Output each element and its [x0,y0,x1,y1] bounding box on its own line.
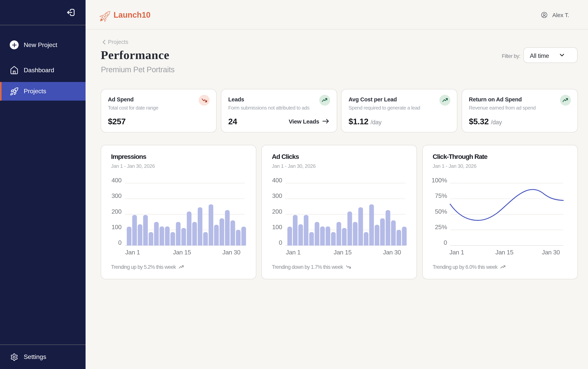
svg-text:100: 100 [272,223,282,230]
svg-text:200: 200 [272,208,282,215]
svg-text:Jan 15: Jan 15 [334,249,352,256]
svg-text:100: 100 [111,223,121,230]
svg-text:Launch10: Launch10 [113,10,150,20]
svg-text:300: 300 [111,192,121,199]
svg-text:300: 300 [272,192,282,199]
svg-text:Jan 1: Jan 1 [449,249,464,256]
svg-text:400: 400 [111,177,121,184]
svg-text:Jan 30: Jan 30 [542,249,560,256]
svg-text:Jan 1: Jan 1 [286,249,300,256]
svg-text:0: 0 [118,239,121,246]
svg-text:0: 0 [279,239,282,246]
svg-text:Jan 30: Jan 30 [222,249,240,256]
svg-text:400: 400 [272,177,282,184]
svg-text:Jan 30: Jan 30 [383,249,401,256]
svg-text:0: 0 [443,239,447,246]
svg-text:25%: 25% [435,223,447,230]
svg-text:Jan 15: Jan 15 [495,249,513,256]
svg-text:200: 200 [111,208,121,215]
svg-text:75%: 75% [435,192,447,199]
svg-text:Jan 1: Jan 1 [125,249,140,256]
svg-text:100%: 100% [431,177,447,184]
svg-text:Jan 15: Jan 15 [173,249,191,256]
svg-text:50%: 50% [435,208,447,215]
